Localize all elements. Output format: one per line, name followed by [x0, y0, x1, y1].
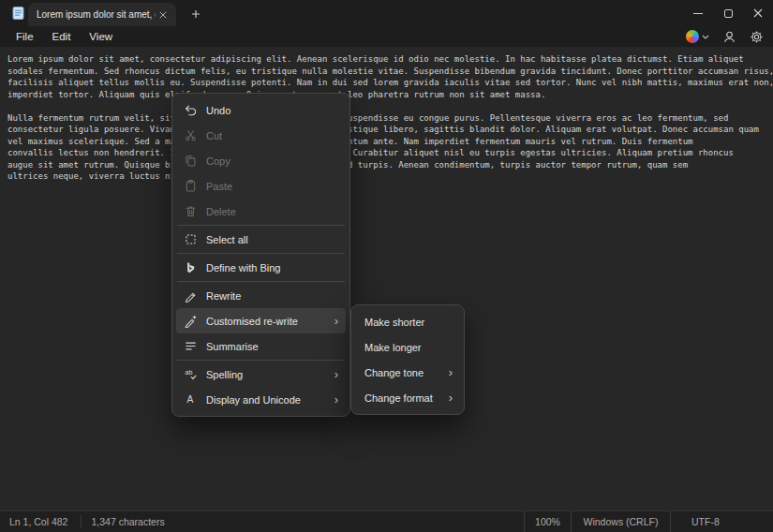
zoom-level[interactable]: 100% — [524, 511, 571, 532]
maximize-icon — [724, 9, 733, 18]
minimize-button[interactable] — [683, 0, 713, 26]
context-menu-item-define-with-bing[interactable]: Define with Bing — [176, 255, 346, 280]
submenu-item-change-format[interactable]: Change format — [355, 385, 460, 410]
text-line: consectetur ligula posuere. Vivamus comm… — [7, 124, 773, 136]
context-menu-item-spelling[interactable]: ab Spelling — [176, 362, 346, 387]
spelling-icon: ab — [183, 367, 198, 382]
tab-close-icon[interactable] — [156, 7, 171, 22]
cursor-position: Ln 1, Col 482 — [0, 511, 81, 532]
submenu-chevron-icon — [334, 368, 338, 380]
menu-file[interactable]: File — [7, 28, 43, 45]
context-menu-item-paste[interactable]: Paste — [176, 173, 346, 199]
maximize-button[interactable] — [713, 0, 743, 26]
person-icon — [722, 30, 736, 44]
summarise-icon — [183, 339, 198, 354]
menu-separator — [177, 281, 345, 282]
text-line: Lorem ipsum dolor sit amet, consectetur … — [7, 53, 773, 66]
svg-text:ab: ab — [185, 369, 192, 376]
customised-rewrite-submenu: Make shorter Make longer Change tone Cha… — [350, 304, 465, 415]
document-tab[interactable]: Lorem ipsum dolor sit amet, conse — [28, 3, 176, 26]
submenu-chevron-icon — [449, 366, 453, 378]
text-line: facilisis aliquet tellus mollis eu. Susp… — [7, 77, 773, 89]
text-line: ultrices neque, viverra luctus nibh. — [7, 170, 773, 183]
text-line — [7, 100, 773, 112]
unicode-icon: A — [183, 392, 198, 407]
menu-separator — [177, 360, 345, 361]
text-editor-area[interactable]: Lorem ipsum dolor sit amet, consectetur … — [0, 47, 773, 510]
copilot-button[interactable] — [682, 27, 713, 46]
text-line: convallis lectus non hendrerit. Integer … — [7, 147, 773, 159]
submenu-item-make-longer[interactable]: Make longer — [355, 334, 460, 360]
statusbar: Ln 1, Col 482 1,347 characters 100% Wind… — [0, 510, 773, 532]
menubar: File Edit View — [0, 26, 773, 47]
submenu-item-make-shorter[interactable]: Make shorter — [355, 309, 460, 334]
context-menu-item-cut[interactable]: Cut — [176, 123, 346, 148]
context-menu-item-summarise[interactable]: Summarise — [176, 333, 346, 359]
copilot-icon — [686, 30, 699, 43]
submenu-chevron-icon — [334, 315, 338, 327]
menu-view[interactable]: View — [80, 28, 122, 45]
encoding-indicator[interactable]: UTF-8 — [670, 511, 773, 532]
context-menu-item-display-and-unicode[interactable]: A Display and Unicode — [176, 387, 346, 412]
undo-icon — [183, 103, 198, 118]
delete-icon — [183, 204, 198, 219]
notepad-app-icon — [11, 6, 25, 21]
character-count: 1,347 characters — [82, 511, 177, 532]
menu-separator — [177, 253, 345, 254]
context-menu-item-select-all[interactable]: Select all — [176, 227, 346, 252]
close-button[interactable] — [743, 0, 773, 26]
custom-rewrite-icon — [183, 314, 198, 329]
menubar-right — [682, 26, 767, 47]
text-line: vel maximus scelerisque. Sed a magna vit… — [7, 136, 773, 148]
svg-text:A: A — [186, 394, 193, 405]
account-button[interactable] — [719, 27, 740, 46]
paste-icon — [183, 179, 198, 194]
text-line: sodales fermentum. Sed rhoncus dictum fe… — [7, 66, 773, 78]
titlebar: Lorem ipsum dolor sit amet, conse — [0, 0, 773, 26]
menu-separator — [177, 225, 345, 226]
text-line: Nulla fermentum rutrum velit, sit amet f… — [7, 112, 773, 125]
submenu-item-change-tone[interactable]: Change tone — [355, 360, 460, 385]
chevron-down-icon — [702, 35, 709, 39]
context-menu-item-delete[interactable]: Delete — [176, 199, 346, 224]
window-controls — [683, 0, 773, 26]
new-tab-button[interactable] — [187, 6, 204, 22]
bing-icon — [183, 260, 198, 275]
line-ending-indicator[interactable]: Windows (CRLF) — [571, 511, 670, 532]
context-menu-item-customised-re-write[interactable]: Customised re-write — [176, 308, 346, 333]
text-line: augue sit amet rutrum. Quisque bibendum … — [7, 159, 773, 171]
cut-icon — [183, 128, 198, 143]
submenu-chevron-icon — [334, 393, 338, 406]
settings-gear-icon — [750, 30, 764, 44]
context-menu-item-copy[interactable]: Copy — [176, 148, 346, 173]
tab-title: Lorem ipsum dolor sit amet, conse — [37, 9, 156, 20]
text-line: imperdiet tortor. Aliquam quis eleifend … — [7, 89, 773, 101]
copy-icon — [183, 154, 198, 169]
statusbar-spacer — [178, 511, 524, 532]
settings-button[interactable] — [746, 27, 767, 46]
minimize-icon — [693, 13, 703, 14]
menu-edit[interactable]: Edit — [43, 28, 81, 45]
context-menu-item-undo[interactable]: Undo — [176, 97, 346, 123]
select-all-icon — [183, 232, 198, 247]
rewrite-pencil-icon — [183, 288, 198, 303]
context-menu-item-rewrite[interactable]: Rewrite — [176, 283, 346, 308]
submenu-chevron-icon — [449, 392, 453, 404]
close-icon — [753, 8, 763, 18]
context-menu: Undo Cut Copy Paste Delete Select all — [171, 93, 350, 417]
